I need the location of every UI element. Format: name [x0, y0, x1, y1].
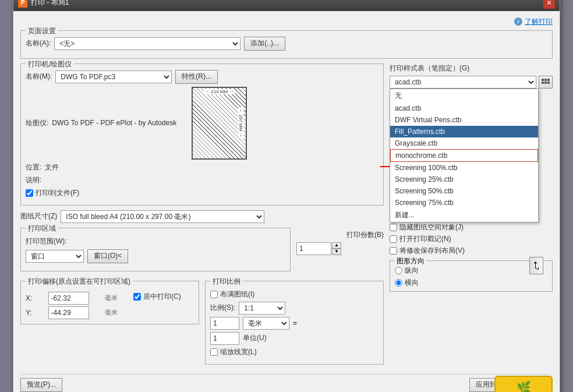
window-body: i 了解打印 页面设置 名称(A): <无> 添加(..)... 打印机/绘图仪 [13, 11, 560, 393]
dropdown-item-gray[interactable]: Grayscale.ctb [390, 137, 538, 149]
page-setup-title: 页面设置 [26, 26, 58, 36]
scale-col: 打印比例 布满图纸(I) 比例(S): 1:1 [205, 281, 384, 369]
scale-val-row: 毫米 = [210, 317, 379, 330]
paper-size-select[interactable]: ISO full bleed A4 (210.00 x 297.00 毫米) [61, 210, 264, 223]
ctb-select[interactable]: acad.ctb [390, 76, 536, 89]
ctb-icon-btn[interactable] [539, 76, 553, 89]
direction-title: 图形方向 [395, 256, 426, 266]
svg-rect-0 [542, 79, 544, 81]
y-label: Y: [26, 309, 45, 317]
main-window: P 打印 - 布局1 ✕ i 了解打印 页面设置 名称(A): <无> 添加(.… [13, 0, 560, 392]
help-link[interactable]: 了解打印 [525, 17, 553, 27]
dropdown-item-s25[interactable]: Screening 25%.ctb [390, 174, 538, 185]
print-area-col: 打印区域 打印范围(W): 窗口 窗口(O)< [20, 228, 291, 276]
copies-down-btn[interactable]: ▼ [332, 249, 341, 255]
print-area-title: 打印区域 [26, 224, 58, 234]
dropdown-item-none[interactable]: 无 [390, 89, 538, 103]
plotter-value: DWG To PDF - PDF ePlot - by Autodesk [52, 119, 176, 127]
save-changes-row: 将修改保存到布局(V) [390, 246, 553, 256]
lineweight-row: 缩放线宽(L) [210, 347, 379, 357]
range-select[interactable]: 窗口 [26, 250, 84, 263]
bottom-row: 预览(P)... 应用到布局(T) 确 🌿 我要自学网 www.51zxw.NE… [20, 374, 553, 392]
ctb-dropdown: 无 acad.ctb DWF Virtual Pens.ctb Fill_Pat… [390, 89, 539, 223]
fit-paper-check[interactable] [210, 291, 218, 298]
right-panel: 打印样式表（笔指定）(G) acad.ctb [390, 63, 553, 369]
print-log-label: 打开打印戳记(N) [399, 234, 451, 244]
close-button[interactable]: ✕ [543, 0, 555, 9]
save-changes-check[interactable] [390, 247, 397, 255]
center-check[interactable] [133, 293, 141, 301]
scale-val-row2: 单位(U) [210, 332, 379, 345]
copies-input[interactable] [296, 242, 331, 255]
svg-rect-3 [542, 82, 544, 84]
y-input[interactable] [48, 306, 89, 319]
x-unit: 毫米 [105, 294, 130, 302]
location-label: 位置: [26, 163, 41, 172]
paper-preview-container: ← 210 MM → ← 297 MM → [192, 87, 247, 160]
portrait-radio[interactable] [395, 267, 402, 274]
printer-select[interactable]: DWG To PDF.pc3 [55, 70, 172, 83]
svg-rect-5 [547, 82, 550, 84]
y-unit: 毫米 [105, 308, 130, 317]
dropdown-item-s75[interactable]: Screening 75%.ctb [390, 197, 538, 209]
dropdown-item-mono[interactable]: monochrome.ctb [390, 149, 538, 162]
offset-group: 打印偏移(原点设置在可打印区域) X: 毫米 居中打印(C) Y: [20, 281, 199, 324]
print-log-row: 打开打印戳记(N) [390, 234, 553, 244]
equals-sign: = [293, 319, 297, 327]
lineweight-check[interactable] [210, 348, 218, 356]
dropdown-item-fill[interactable]: Fill_Patterns.ctb [390, 126, 538, 137]
scale-group: 打印比例 布满图纸(I) 比例(S): 1:1 [205, 281, 384, 365]
direction-group: 图形方向 纵向 横向 ⮐ [390, 260, 553, 292]
paper-size-label: 图纸尺寸(Z) [20, 211, 57, 221]
add-button[interactable]: 添加(..)... [244, 37, 285, 51]
offset-grid: X: 毫米 居中打印(C) Y: 毫米 [26, 292, 194, 319]
center-check-row: 居中打印(C) [133, 292, 194, 302]
dropdown-item-dwf[interactable]: DWF Virtual Pens.ctb [390, 114, 538, 126]
window-button[interactable]: 窗口(O)< [87, 249, 128, 263]
landscape-label: 横向 [405, 278, 419, 288]
page-setup-select[interactable]: <无> [54, 37, 240, 50]
copies-spinner: ▲ ▼ [332, 242, 341, 255]
page-setup-group: 页面设置 名称(A): <无> 添加(..)... [20, 30, 553, 59]
scale-select[interactable]: 1:1 [239, 302, 285, 315]
dropdown-item-s50[interactable]: Screening 50%.ctb [390, 185, 538, 197]
paper-size-row: 图纸尺寸(Z) ISO full bleed A4 (210.00 x 297.… [20, 210, 384, 223]
scale-row: 比例(S): 1:1 [210, 302, 379, 315]
name-label: 名称(A): [26, 38, 51, 48]
scale-unit-select[interactable]: 毫米 [243, 317, 289, 330]
rotate-button[interactable]: ⮐ [529, 257, 543, 274]
print-to-file-check[interactable] [26, 189, 33, 197]
x-label: X: [26, 294, 45, 302]
dropdown-item-new[interactable]: 新建... [390, 209, 538, 222]
location-value: 文件 [45, 163, 59, 172]
scale-input-1[interactable] [210, 317, 239, 330]
hide-space-label: 隐藏图纸空间对象(J) [399, 223, 464, 232]
offset-group-title: 打印偏移(原点设置在可打印区域) [26, 277, 133, 287]
paper-preview: ← 210 MM → ← 297 MM → [192, 87, 247, 160]
svg-rect-4 [544, 82, 547, 84]
main-content: 打印机/绘图仪 名称(M): DWG To PDF.pc3 特性(R)... 绘… [20, 63, 553, 369]
landscape-radio[interactable] [395, 279, 402, 287]
portrait-row: 纵向 [395, 266, 547, 276]
x-input[interactable] [48, 292, 89, 305]
offset-scale-row: 打印偏移(原点设置在可打印区域) X: 毫米 居中打印(C) Y: [20, 281, 384, 369]
app-icon: P [18, 0, 27, 8]
print-log-check[interactable] [390, 235, 397, 243]
printer-group-title: 打印机/绘图仪 [26, 59, 74, 69]
dropdown-item-s100[interactable]: Screening 100%.ctb [390, 162, 538, 174]
scale-input-2[interactable] [210, 332, 239, 345]
bottom-right-buttons: 应用到布局(T) 确 🌿 我要自学网 www.51zxw.NET [469, 378, 553, 392]
title-bar-left: P 打印 - 布局1 [18, 0, 69, 8]
dropdown-item-acad[interactable]: acad.ctb [390, 103, 538, 114]
two-col-area: 打印区域 打印范围(W): 窗口 窗口(O)< [20, 228, 384, 276]
preview-button[interactable]: 预览(P)... [20, 378, 62, 392]
paper-height-label: ← 297 MM → [238, 107, 243, 138]
copies-up-btn[interactable]: ▲ [332, 242, 341, 249]
desc-label: 说明: [26, 175, 41, 185]
left-panel: 打印机/绘图仪 名称(M): DWG To PDF.pc3 特性(R)... 绘… [20, 63, 384, 369]
hide-space-check[interactable] [390, 224, 397, 231]
properties-button[interactable]: 特性(R)... [175, 70, 218, 84]
copies-label: 打印份数(B) [296, 230, 384, 240]
watermark-badge: 🌿 我要自学网 www.51zxw.NET [494, 376, 553, 393]
title-bar: P 打印 - 布局1 ✕ [13, 0, 560, 11]
